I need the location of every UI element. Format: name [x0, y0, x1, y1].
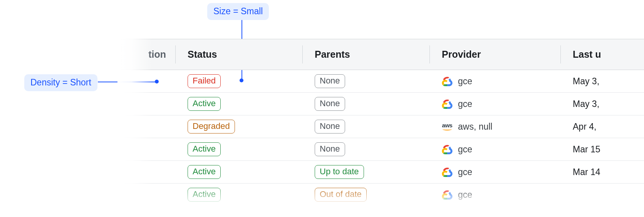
- cell-parents: None: [302, 138, 429, 160]
- parents-badge: Out of date: [315, 188, 367, 202]
- cell-status: Active: [175, 138, 302, 160]
- cell-provider: gce: [429, 161, 560, 183]
- cell-truncated: [117, 115, 175, 138]
- cell-last-updated: Apr 4,: [560, 115, 644, 138]
- cell-truncated: [117, 161, 175, 183]
- cell-status: Degraded: [175, 115, 302, 138]
- parents-badge: Up to date: [315, 165, 364, 179]
- table-row[interactable]: ActiveNone gceMar 15: [117, 138, 644, 161]
- google-cloud-icon: [442, 144, 453, 155]
- cell-provider: gce: [429, 70, 560, 92]
- cell-status: Failed: [175, 70, 302, 92]
- aws-icon: aws: [442, 121, 453, 132]
- table-row[interactable]: FailedNone gceMay 3,: [117, 70, 644, 93]
- table-body: FailedNone gceMay 3,ActiveNone gceMay 3,…: [117, 70, 644, 206]
- parents-badge: None: [315, 97, 345, 111]
- column-header-last-updated[interactable]: Last u: [560, 39, 644, 70]
- cell-provider: gce: [429, 184, 560, 206]
- cell-last-updated: Mar 14: [560, 161, 644, 183]
- cell-last-updated: [560, 184, 644, 206]
- column-header-provider[interactable]: Provider: [429, 39, 560, 70]
- table-row[interactable]: ActiveOut of date gce: [117, 184, 644, 206]
- provider-label: aws, null: [458, 122, 492, 132]
- cell-last-updated: Mar 15: [560, 138, 644, 160]
- cell-status: Active: [175, 184, 302, 206]
- table-row[interactable]: ActiveUp to date gceMar 14: [117, 161, 644, 184]
- table-header-row: tion Status Parents Provider Last u: [117, 39, 644, 70]
- data-table: tion Status Parents Provider Last u Fail…: [117, 39, 644, 217]
- google-cloud-icon: [442, 189, 453, 200]
- provider-label: gce: [458, 190, 472, 200]
- cell-truncated: [117, 93, 175, 115]
- parents-badge: None: [315, 74, 345, 88]
- google-cloud-icon: [442, 76, 453, 87]
- status-badge: Degraded: [188, 120, 235, 134]
- cell-truncated: [117, 70, 175, 92]
- provider-label: gce: [458, 76, 472, 87]
- cell-parents: None: [302, 115, 429, 138]
- annotation-density: Density = Short: [24, 74, 97, 91]
- cell-parents: Up to date: [302, 161, 429, 183]
- cell-status: Active: [175, 161, 302, 183]
- cell-last-updated: May 3,: [560, 93, 644, 115]
- status-badge: Failed: [188, 74, 221, 88]
- cell-parents: None: [302, 93, 429, 115]
- provider-label: gce: [458, 144, 472, 155]
- cell-provider: gce: [429, 93, 560, 115]
- status-badge: Active: [188, 97, 221, 111]
- provider-label: gce: [458, 99, 472, 109]
- status-badge: Active: [188, 165, 221, 179]
- cell-provider: gce: [429, 138, 560, 160]
- provider-label: gce: [458, 167, 472, 177]
- cell-status: Active: [175, 93, 302, 115]
- status-badge: Active: [188, 142, 221, 156]
- cell-last-updated: May 3,: [560, 70, 644, 92]
- parents-badge: None: [315, 120, 345, 134]
- parents-badge: None: [315, 142, 345, 156]
- table-row[interactable]: ActiveNone gceMay 3,: [117, 93, 644, 115]
- google-cloud-icon: [442, 167, 453, 177]
- cell-truncated: [117, 138, 175, 160]
- cell-parents: None: [302, 70, 429, 92]
- google-cloud-icon: [442, 98, 453, 109]
- column-header-status[interactable]: Status: [175, 39, 302, 70]
- column-header-parents[interactable]: Parents: [302, 39, 429, 70]
- status-badge: Active: [188, 188, 221, 202]
- cell-truncated: [117, 184, 175, 206]
- cell-provider: aws aws, null: [429, 115, 560, 138]
- annotation-size: Size = Small: [207, 3, 269, 20]
- table-row[interactable]: DegradedNone aws aws, nullApr 4,: [117, 115, 644, 138]
- cell-parents: Out of date: [302, 184, 429, 206]
- column-header-truncated[interactable]: tion: [117, 39, 175, 70]
